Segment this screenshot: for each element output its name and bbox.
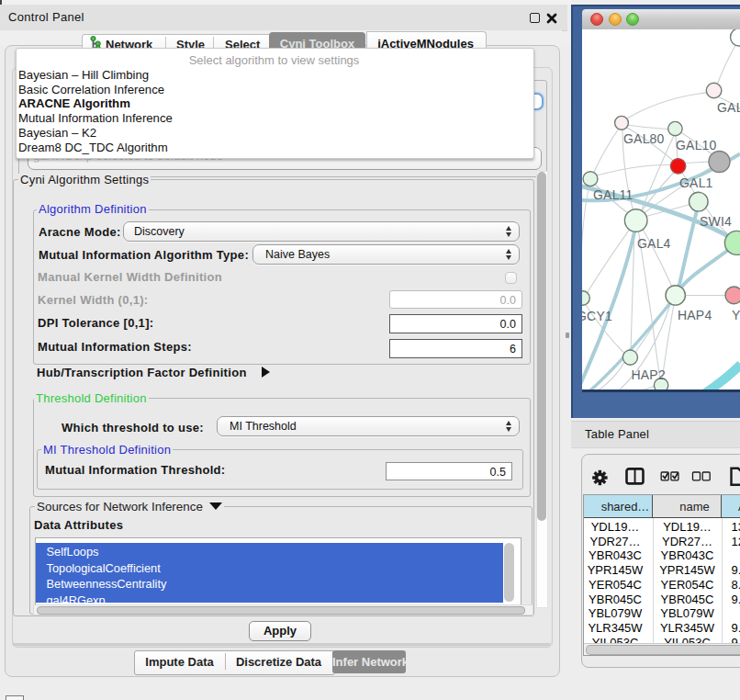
svg-text:GAL11: GAL11 xyxy=(593,186,633,201)
svg-text:GAL10: GAL10 xyxy=(676,137,717,152)
svg-text:SWI4: SWI4 xyxy=(700,213,732,228)
svg-text:GAL: GAL xyxy=(717,99,740,114)
svg-text:GCY1: GCY1 xyxy=(582,309,612,323)
svg-text:Y: Y xyxy=(732,307,740,322)
svg-text:HAP4: HAP4 xyxy=(678,308,712,322)
svg-text:GAL4: GAL4 xyxy=(637,235,671,250)
svg-text:GAL80: GAL80 xyxy=(623,130,665,145)
svg-text:HAP2: HAP2 xyxy=(632,367,666,382)
svg-text:GAL1: GAL1 xyxy=(679,175,713,190)
